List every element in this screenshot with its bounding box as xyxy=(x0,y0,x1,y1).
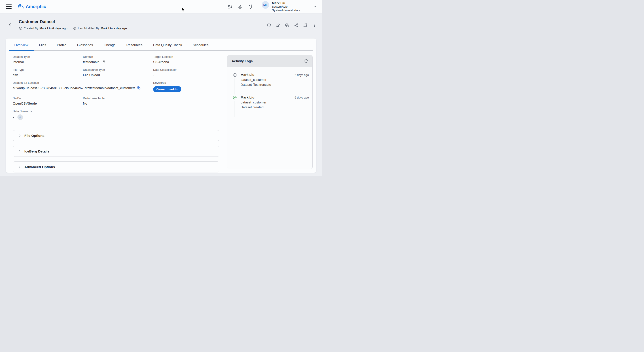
amorphic-logo-icon xyxy=(18,4,24,10)
tab-bar: Overview Files Profile Glossaries Lineag… xyxy=(9,39,313,51)
amorphic-logo[interactable]: Amorphic xyxy=(18,4,46,10)
chevron-right-icon xyxy=(18,134,21,137)
page-title: Customer Dataset xyxy=(19,19,127,24)
log-user: Mark Liu xyxy=(240,95,254,99)
topbar-divider xyxy=(258,3,258,10)
keyword-owner-badge[interactable]: Owner: markliu xyxy=(153,86,181,92)
field-target-location: Target Location S3-Athena xyxy=(153,55,220,64)
user-name: Mark Liu xyxy=(272,1,304,5)
field-serde: SerDe OpenCSVSerde xyxy=(13,96,83,105)
log-action: Dataset files truncate xyxy=(240,83,309,86)
activity-logs-header: Activity Logs xyxy=(227,55,312,67)
reload-icon[interactable] xyxy=(267,23,271,28)
tab-overview[interactable]: Overview xyxy=(9,39,34,50)
clock-icon xyxy=(19,27,22,30)
dataset-action-toolbar xyxy=(267,23,316,28)
field-file-type: File Type csv xyxy=(13,68,83,77)
tab-schedules[interactable]: Schedules xyxy=(188,39,214,50)
global-search-icon[interactable] xyxy=(227,4,232,9)
log-user: Mark Liu xyxy=(240,73,254,77)
tab-lineage[interactable]: Lineage xyxy=(98,39,121,50)
log-action: Dataset created xyxy=(240,105,309,109)
copy-s3-location-icon[interactable] xyxy=(137,86,141,90)
field-data-classification: Data Classification - xyxy=(153,68,220,77)
info-circle-icon xyxy=(233,73,237,77)
notifications-bell-icon[interactable] xyxy=(248,4,253,9)
created-by-meta: Created By Mark Liu 6 days ago xyxy=(19,27,67,30)
activity-logs-title: Activity Logs xyxy=(232,59,253,63)
log-object: dataset_customer xyxy=(240,101,309,104)
section-iceberg-details[interactable]: IceBerg Details xyxy=(13,146,219,157)
share-icon[interactable] xyxy=(294,23,298,27)
log-time: 6 days ago xyxy=(294,96,309,99)
data-stewards-value: - xyxy=(13,115,14,119)
tab-data-quality-check[interactable]: Data Quality Check xyxy=(148,39,188,50)
amorphic-logo-text: Amorphic xyxy=(26,4,46,9)
meta-divider xyxy=(70,27,70,30)
section-file-options[interactable]: File Options xyxy=(13,130,219,141)
avatar[interactable]: ML xyxy=(262,1,269,9)
activity-refresh-icon[interactable] xyxy=(304,59,308,63)
log-time: 6 days ago xyxy=(294,73,309,77)
add-data-steward-button[interactable] xyxy=(18,114,23,120)
section-advanced-options[interactable]: Advanced Options xyxy=(13,161,219,172)
field-data-stewards: Data Stewards - xyxy=(13,109,83,120)
plus-circle-icon xyxy=(233,96,237,100)
tab-glossaries[interactable]: Glossaries xyxy=(72,39,98,50)
activity-log-entry: Mark Liu 6 days ago dataset_customer Dat… xyxy=(233,95,309,118)
stopwatch-icon xyxy=(73,27,76,30)
domain-value: testdomain xyxy=(83,60,99,64)
dataset-overview-fields: Dataset Type internal Domain testdomain xyxy=(13,55,220,124)
dataset-detail-card: Overview Files Profile Glossaries Lineag… xyxy=(6,38,316,173)
user-menu[interactable]: ML Mark Liu SystemRole- SystemAdministra… xyxy=(262,1,304,12)
tab-resources[interactable]: Resources xyxy=(121,39,148,50)
user-menu-chevron-down-icon[interactable] xyxy=(312,5,317,9)
activity-log-entry: Mark Liu 6 days ago dataset_customer Dat… xyxy=(233,73,309,95)
notification-badge-dot xyxy=(251,5,252,6)
notification-settings-icon[interactable] xyxy=(303,23,308,28)
field-datasource-type: Datasource Type File Upload xyxy=(83,68,153,77)
app-screen: Amorphic xyxy=(0,0,322,176)
field-keywords: Keywords Owner: markliu xyxy=(153,81,220,92)
user-role-line1: SystemRole- xyxy=(272,5,304,9)
user-role-line2: SystemAdministrators xyxy=(272,9,304,12)
chevron-right-icon xyxy=(18,150,21,153)
tab-files[interactable]: Files xyxy=(34,39,52,50)
tab-profile[interactable]: Profile xyxy=(52,39,72,50)
monitoring-dashboard-icon[interactable] xyxy=(238,4,242,9)
field-domain: Domain testdomain xyxy=(83,55,153,64)
last-modified-meta: Last Modified By Mark Liu a day ago xyxy=(73,27,127,30)
collapsible-sections: File Options IceBerg Details Advanced Op… xyxy=(13,130,220,172)
edit-pencil-icon[interactable] xyxy=(276,23,280,27)
top-navigation-bar: Amorphic xyxy=(0,0,322,14)
chevron-right-icon xyxy=(18,165,21,168)
field-s3-location: Dataset S3 Location s3://adp-us-east-1-7… xyxy=(13,81,153,92)
field-delta-lake-table: Delta Lake Table No xyxy=(83,96,153,105)
domain-external-link-icon[interactable] xyxy=(101,60,105,64)
back-arrow-icon[interactable] xyxy=(8,22,13,27)
activity-logs-panel: Activity Logs xyxy=(227,55,312,169)
hamburger-menu-icon[interactable] xyxy=(6,5,12,9)
page-header: Customer Dataset Created By Mark Liu 6 d… xyxy=(0,14,322,30)
more-options-kebab-icon[interactable] xyxy=(312,23,316,27)
clone-copy-icon[interactable] xyxy=(285,23,289,28)
log-object: dataset_customer xyxy=(240,78,309,82)
field-dataset-type: Dataset Type internal xyxy=(13,55,83,64)
s3-location-value: s3://adp-us-east-1-783764581330-cloudd46… xyxy=(13,86,135,90)
